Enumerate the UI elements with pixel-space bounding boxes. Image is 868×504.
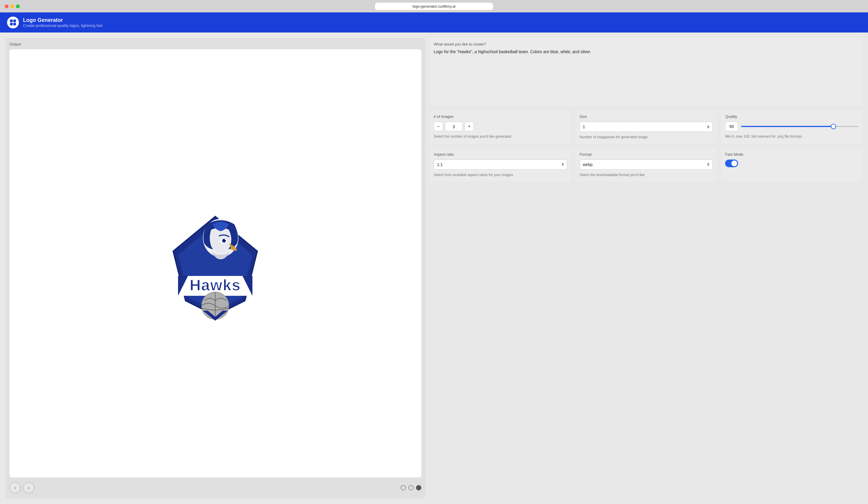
size-card: Size 1 Number of megapixels for generate… xyxy=(576,110,717,144)
fast-mode-toggle-wrapper xyxy=(725,160,859,167)
fast-mode-card: Fast Mode xyxy=(721,148,863,182)
app-header: Logo Generator Create professional-quali… xyxy=(0,12,868,32)
prompt-question: What would you like to create? xyxy=(434,42,859,47)
right-panel: What would you like to create? Logo for … xyxy=(430,38,863,499)
app-subtitle: Create professional-quality logos, light… xyxy=(23,23,103,28)
images-label: # of images xyxy=(434,114,567,119)
dot-1[interactable] xyxy=(401,485,406,491)
close-dot[interactable] xyxy=(5,4,9,8)
url-bar[interactable]: logo-generator.outfitmy.ai xyxy=(375,3,493,10)
size-description: Number of megapixels for generated image xyxy=(580,135,713,140)
quality-row: 80 xyxy=(725,122,859,131)
size-down-arrow[interactable] xyxy=(707,127,710,129)
format-down[interactable] xyxy=(707,164,710,166)
app-title-block: Logo Generator Create professional-quali… xyxy=(23,17,103,28)
svg-point-17 xyxy=(225,239,226,240)
size-spinbox[interactable]: 1 xyxy=(580,122,713,132)
aspect-ratio-up[interactable] xyxy=(561,163,564,164)
decrement-button[interactable]: − xyxy=(434,122,443,131)
dot-3[interactable] xyxy=(416,485,421,491)
images-description: Select the number of images you'd like g… xyxy=(434,134,567,139)
svg-text:Hawks: Hawks xyxy=(190,276,241,293)
size-spinbox-arrows[interactable] xyxy=(707,125,710,129)
images-stepper: − 3 + xyxy=(434,122,567,131)
image-container: Hawks Hawks xyxy=(9,49,421,477)
prev-icon: ‹ xyxy=(14,485,16,491)
plus-icon: + xyxy=(468,123,471,130)
next-button[interactable]: › xyxy=(23,482,34,493)
aspect-ratio-description: Select from available aspect ratios for … xyxy=(434,172,567,178)
next-icon: › xyxy=(28,485,29,491)
nav-buttons: ‹ › xyxy=(9,482,34,493)
svg-rect-3 xyxy=(13,23,16,26)
format-description: Select the downloadable format you'd lik… xyxy=(580,172,713,178)
fast-mode-label: Fast Mode xyxy=(725,152,859,157)
minimize-dot[interactable] xyxy=(10,4,14,8)
quality-label: Quality xyxy=(725,114,859,119)
window-controls xyxy=(5,4,20,8)
size-up-arrow[interactable] xyxy=(707,125,710,127)
prompt-section: What would you like to create? Logo for … xyxy=(430,38,863,106)
toggle-thumb xyxy=(731,160,737,166)
quality-value: 80 xyxy=(725,122,738,131)
quality-card: Quality 80 Min 0, max 100. Not relevant … xyxy=(721,110,863,144)
app-logo xyxy=(7,17,19,28)
image-navigation: ‹ › xyxy=(9,481,421,495)
aspect-ratio-card: Aspect ratio 1:1 Select from available a… xyxy=(430,148,571,182)
svg-rect-1 xyxy=(13,20,16,22)
quality-slider[interactable] xyxy=(741,126,859,127)
app-title: Logo Generator xyxy=(23,17,103,23)
format-value: webp xyxy=(583,162,592,167)
aspect-ratio-value: 1:1 xyxy=(437,162,443,167)
increment-button[interactable]: + xyxy=(464,122,474,131)
format-spinbox[interactable]: webp xyxy=(580,160,713,170)
prev-button[interactable]: ‹ xyxy=(9,482,21,493)
dot-indicators xyxy=(401,485,421,491)
aspect-ratio-label: Aspect ratio xyxy=(434,152,567,157)
images-value: 3 xyxy=(445,122,463,131)
svg-rect-2 xyxy=(10,23,13,26)
output-label: Output xyxy=(9,42,421,47)
prompt-text: Logo for the "Hawks", a highschool baske… xyxy=(434,49,859,102)
controls-row-2: Aspect ratio 1:1 Select from available a… xyxy=(430,148,863,182)
toggle-track xyxy=(725,160,738,167)
images-card: # of images − 3 + Select the number of i… xyxy=(430,110,571,144)
svg-rect-0 xyxy=(10,20,13,22)
aspect-ratio-spinbox[interactable]: 1:1 xyxy=(434,160,567,170)
output-panel: Output Hawks Hawks xyxy=(5,38,425,499)
main-content: Output Hawks Hawks xyxy=(0,32,868,504)
maximize-dot[interactable] xyxy=(16,4,20,8)
hawks-logo: Hawks Hawks xyxy=(153,201,277,325)
aspect-ratio-down[interactable] xyxy=(561,164,564,166)
format-up[interactable] xyxy=(707,163,710,164)
minus-icon: − xyxy=(437,123,440,130)
format-card: Format webp Select the downloadable form… xyxy=(576,148,717,182)
format-label: Format xyxy=(580,152,713,157)
quality-description: Min 0, max 100. Not relevant for .png fi… xyxy=(725,134,859,139)
aspect-ratio-arrows[interactable] xyxy=(561,163,564,166)
dot-2[interactable] xyxy=(408,485,414,491)
controls-row-1: # of images − 3 + Select the number of i… xyxy=(430,110,863,144)
browser-bar: logo-generator.outfitmy.ai xyxy=(0,0,868,12)
format-arrows[interactable] xyxy=(707,163,710,166)
size-value: 1 xyxy=(583,124,585,129)
fast-mode-toggle[interactable] xyxy=(725,160,738,167)
size-label: Size xyxy=(580,114,713,119)
